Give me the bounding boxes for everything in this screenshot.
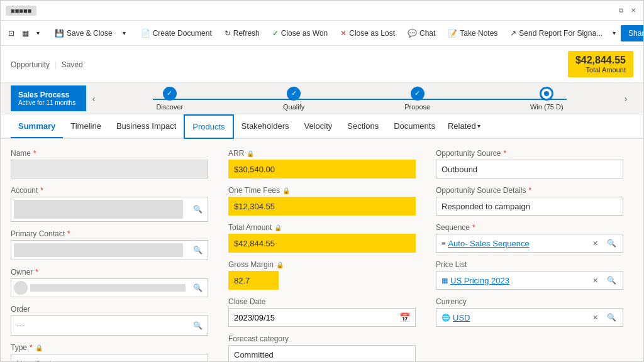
close-as-lost-button[interactable]: ✕ Close as Lost — [335, 26, 400, 40]
order-value: --- — [11, 316, 30, 335]
close-date-input[interactable] — [229, 313, 394, 322]
save-close-button[interactable]: 💾 Save & Close — [50, 26, 118, 40]
tab-sections[interactable]: Sections — [340, 115, 386, 138]
close-icon[interactable]: ✕ — [628, 6, 638, 16]
close-date-field-row: Close Date 📅 — [228, 297, 416, 327]
close-won-icon: ✓ — [272, 29, 279, 38]
tab-related[interactable]: Related ▾ — [443, 115, 486, 137]
total-amount-label: Total Amount — [575, 66, 626, 74]
order-label: Order — [11, 305, 208, 314]
currency-search-icon[interactable]: 🔍 — [603, 313, 620, 322]
save-dropdown-button[interactable]: ▾ — [120, 27, 128, 39]
account-search-icon[interactable]: 🔍 — [188, 205, 208, 214]
one-time-fees-label: One Time Fees 🔒 — [228, 186, 416, 195]
close-date-container[interactable]: 📅 — [228, 308, 416, 327]
win-label: Win (75 D) — [530, 103, 564, 111]
process-next-button[interactable]: › — [618, 85, 633, 111]
tab-business-impact[interactable]: Business Impact — [109, 115, 184, 138]
propose-label: Propose — [404, 103, 430, 111]
order-search[interactable]: --- 🔍 — [11, 315, 208, 336]
owner-search-icon[interactable]: 🔍 — [188, 283, 208, 292]
send-report-button[interactable]: ↗ Send Report For Signa... — [505, 26, 608, 40]
main-content: Name * Account * 🔍 — [1, 139, 643, 361]
take-notes-button[interactable]: 📝 Take Notes — [443, 26, 502, 40]
primary-contact-search-icon[interactable]: 🔍 — [188, 246, 208, 255]
process-step-win[interactable]: Win (75 D) — [530, 87, 564, 111]
share-button[interactable]: Share ▾ — [621, 25, 644, 41]
sequence-icon: ≡ — [441, 239, 445, 247]
create-document-button[interactable]: 📄 Create Document — [136, 26, 217, 40]
record-info: Opportunity | Saved — [11, 60, 83, 69]
forecast-category-label: Forecast category — [228, 334, 416, 343]
owner-avatar — [14, 281, 28, 295]
price-list-tag[interactable]: ▦ US Pricing 2023 ✕ 🔍 — [436, 271, 623, 290]
title-bar: ■■■■■ ⧉ ✕ — [1, 1, 643, 21]
process-steps: ✓ Discover ✓ Qualify ✓ Propose Win (75 D… — [101, 87, 618, 111]
one-time-fees-field-row: One Time Fees 🔒 — [228, 186, 416, 216]
one-time-fees-lock-icon: 🔒 — [282, 187, 290, 194]
name-input-blurred[interactable] — [11, 160, 208, 178]
send-icon: ↗ — [510, 29, 516, 38]
sequence-label: Sequence * — [436, 223, 623, 232]
price-list-search-icon[interactable]: 🔍 — [603, 276, 620, 285]
view-dropdown-button[interactable]: ▾ — [34, 27, 42, 39]
refresh-icon: ↻ — [225, 29, 231, 38]
sequence-search-icon[interactable]: 🔍 — [603, 239, 620, 248]
gross-margin-input[interactable] — [228, 271, 279, 290]
tab-products[interactable]: Products — [184, 114, 233, 139]
total-amount-field-label: Total Amount 🔒 — [228, 223, 416, 232]
name-label: Name * — [11, 149, 208, 158]
process-step-propose[interactable]: ✓ Propose — [404, 87, 430, 111]
primary-contact-search[interactable]: 🔍 — [11, 240, 208, 260]
one-time-fees-input[interactable] — [228, 197, 416, 216]
opportunity-source-input[interactable] — [436, 160, 623, 178]
tab-summary[interactable]: Summary — [11, 115, 63, 138]
owner-search[interactable]: 🔍 — [11, 278, 208, 297]
tab-timeline[interactable]: Timeline — [63, 115, 109, 138]
order-search-icon[interactable]: 🔍 — [188, 321, 208, 330]
type-lock-icon: 🔒 — [35, 344, 43, 351]
currency-tag[interactable]: 🌐 USD ✕ 🔍 — [436, 308, 623, 327]
refresh-button[interactable]: ↻ Refresh — [219, 26, 265, 40]
process-label[interactable]: Sales Process Active for 11 months — [11, 85, 86, 111]
discover-label: Discover — [156, 103, 183, 111]
arr-field-row: ARR 🔒 — [228, 149, 416, 178]
gross-margin-field-row: Gross Margin 🔒 — [228, 260, 416, 290]
sequence-value: Auto- Sales Sequence — [448, 239, 587, 248]
price-list-close-icon[interactable]: ✕ — [590, 275, 601, 286]
sequence-close-icon[interactable]: ✕ — [590, 238, 601, 249]
opp-source-required: * — [503, 149, 506, 158]
total-amount-input[interactable] — [228, 234, 416, 253]
restore-icon[interactable]: ⧉ — [616, 6, 626, 16]
arr-input[interactable] — [228, 160, 416, 178]
nav-back-button[interactable]: ⊡ — [6, 26, 17, 40]
tab-stakeholders[interactable]: Stakeholders — [234, 115, 297, 138]
forecast-category-input[interactable] — [228, 345, 416, 361]
calendar-icon[interactable]: 📅 — [394, 312, 415, 322]
account-search[interactable]: 🔍 — [11, 197, 208, 222]
currency-value: USD — [453, 313, 587, 322]
process-step-discover[interactable]: ✓ Discover — [156, 87, 183, 111]
type-input[interactable] — [11, 354, 208, 361]
currency-close-icon[interactable]: ✕ — [590, 312, 601, 323]
close-lost-icon: ✕ — [340, 29, 347, 38]
tab-documents[interactable]: Documents — [386, 115, 443, 138]
document-icon: 📄 — [141, 29, 150, 38]
process-prev-button[interactable]: ‹ — [86, 85, 101, 111]
notes-icon: 📝 — [448, 29, 457, 38]
toolbar: ⊡ ▦ ▾ 💾 Save & Close ▾ 📄 Create Document… — [1, 21, 643, 46]
list-view-button[interactable]: ▦ — [19, 26, 31, 40]
left-column: Name * Account * 🔍 — [11, 149, 218, 361]
opportunity-source-details-input[interactable] — [436, 197, 623, 216]
more-button[interactable]: ▾ — [610, 27, 618, 39]
chat-icon: 💬 — [408, 29, 417, 38]
type-label: Type * 🔒 — [11, 343, 208, 352]
gross-margin-label: Gross Margin 🔒 — [228, 260, 416, 269]
price-list-label: Price List — [436, 260, 623, 269]
tab-velocity[interactable]: Velocity — [296, 115, 340, 138]
close-as-won-button[interactable]: ✓ Close as Won — [267, 26, 333, 40]
chat-button[interactable]: 💬 Chat — [402, 26, 440, 40]
type-required: * — [30, 343, 33, 352]
sequence-tag[interactable]: ≡ Auto- Sales Sequence ✕ 🔍 — [436, 234, 623, 253]
process-step-qualify[interactable]: ✓ Qualify — [283, 87, 304, 111]
